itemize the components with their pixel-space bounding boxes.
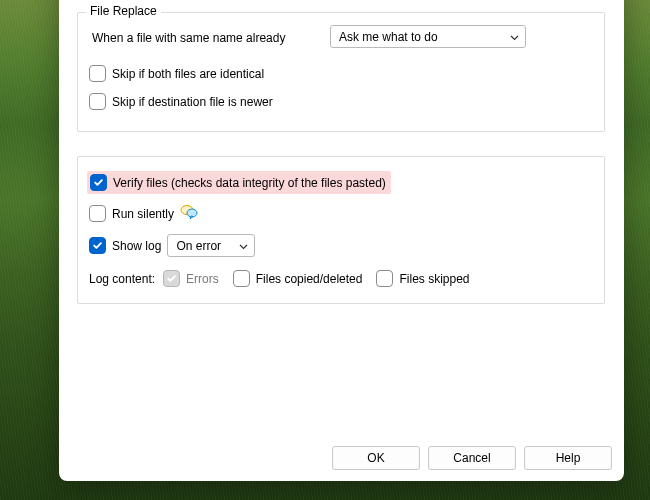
same-name-action-select[interactable]: Ask me what to do <box>330 25 526 48</box>
same-name-label: When a file with same name already <box>92 31 285 45</box>
show-log-label: Show log <box>112 239 161 253</box>
help-button[interactable]: Help <box>524 446 612 470</box>
same-name-action-value: Ask me what to do <box>339 30 438 44</box>
run-silently-label: Run silently <box>112 207 174 221</box>
ok-button[interactable]: OK <box>332 446 420 470</box>
skip-identical-label: Skip if both files are identical <box>112 67 264 81</box>
file-replace-legend: File Replace <box>86 4 161 18</box>
show-log-value: On error <box>176 239 221 253</box>
skip-dest-newer-checkbox[interactable] <box>89 93 106 110</box>
skip-identical-checkbox[interactable] <box>89 65 106 82</box>
settings-dialog: File Replace When a file with same name … <box>59 0 624 481</box>
verify-files-highlight: Verify files (checks data integrity of t… <box>87 171 391 194</box>
skip-dest-newer-label: Skip if destination file is newer <box>112 95 273 109</box>
log-content-label: Log content: <box>89 272 155 286</box>
options-group: Verify files (checks data integrity of t… <box>77 156 605 304</box>
file-replace-group: File Replace When a file with same name … <box>77 12 605 132</box>
verify-files-checkbox[interactable] <box>90 174 107 191</box>
chat-bubble-icon <box>180 204 198 223</box>
show-log-select[interactable]: On error <box>167 234 255 257</box>
files-skipped-checkbox[interactable] <box>376 270 393 287</box>
files-skipped-label: Files skipped <box>399 272 469 286</box>
cancel-button[interactable]: Cancel <box>428 446 516 470</box>
errors-checkbox <box>163 270 180 287</box>
files-copied-deleted-checkbox[interactable] <box>233 270 250 287</box>
show-log-checkbox[interactable] <box>89 237 106 254</box>
run-silently-checkbox[interactable] <box>89 205 106 222</box>
dialog-footer: OK Cancel Help <box>332 446 612 470</box>
errors-label: Errors <box>186 272 219 286</box>
verify-files-label: Verify files (checks data integrity of t… <box>113 176 386 190</box>
chevron-down-icon <box>239 239 248 253</box>
files-copied-deleted-label: Files copied/deleted <box>256 272 363 286</box>
chevron-down-icon <box>510 30 519 44</box>
